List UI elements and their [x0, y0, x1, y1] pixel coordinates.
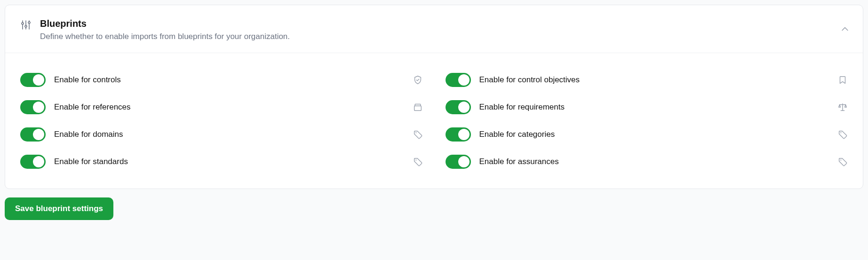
toggle-standards[interactable]: [20, 155, 46, 169]
toggle-control-objectives[interactable]: [446, 73, 471, 87]
toggle-controls[interactable]: [20, 73, 46, 87]
card-header: Blueprints Define whether to enable impo…: [5, 5, 863, 53]
header-text: Blueprints Define whether to enable impo…: [40, 18, 848, 41]
card-title: Blueprints: [40, 18, 848, 29]
collapse-toggle[interactable]: [840, 24, 850, 34]
sliders-icon: [20, 19, 32, 31]
toggle-domains[interactable]: [20, 127, 46, 142]
chevron-up-icon: [840, 24, 850, 34]
toggle-requirements[interactable]: [446, 100, 471, 114]
card-subtitle: Define whether to enable imports from bl…: [40, 32, 848, 41]
toggle-assurances[interactable]: [446, 155, 471, 169]
toggle-references[interactable]: [20, 100, 46, 114]
toggle-categories[interactable]: [446, 127, 471, 142]
